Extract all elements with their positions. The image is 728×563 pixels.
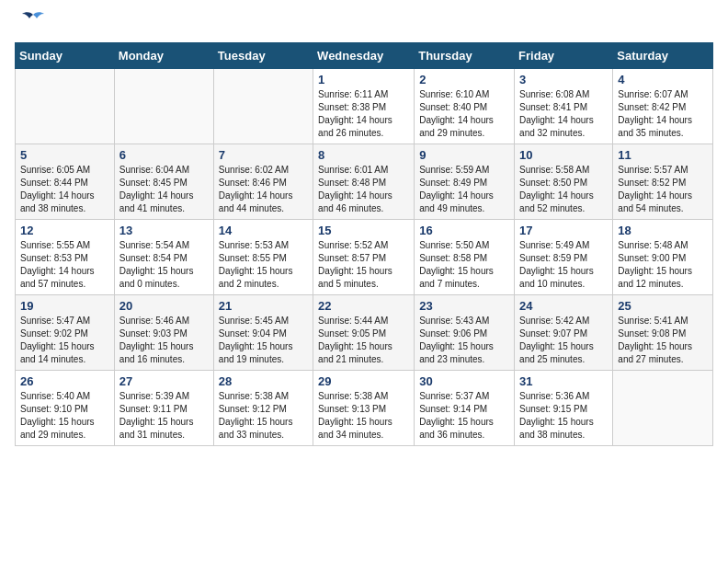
day-header-tuesday: Tuesday	[213, 43, 313, 69]
calendar-cell	[613, 371, 713, 446]
calendar-cell: 13Sunrise: 5:54 AMSunset: 8:54 PMDayligh…	[114, 220, 213, 295]
calendar-cell: 5Sunrise: 6:05 AMSunset: 8:44 PMDaylight…	[16, 144, 115, 220]
calendar-cell: 3Sunrise: 6:08 AMSunset: 8:41 PMDaylight…	[515, 69, 613, 144]
calendar-header-row: SundayMondayTuesdayWednesdayThursdayFrid…	[16, 43, 713, 69]
cell-content: Sunrise: 5:55 AMSunset: 8:53 PMDaylight:…	[20, 239, 109, 291]
day-number: 8	[318, 148, 409, 162]
calendar-cell: 2Sunrise: 6:10 AMSunset: 8:40 PMDaylight…	[415, 69, 515, 144]
calendar-cell: 1Sunrise: 6:11 AMSunset: 8:38 PMDaylight…	[313, 69, 415, 144]
calendar-cell: 31Sunrise: 5:36 AMSunset: 9:15 PMDayligh…	[515, 371, 613, 446]
day-number: 29	[318, 374, 409, 388]
day-header-saturday: Saturday	[613, 43, 713, 69]
cell-content: Sunrise: 5:43 AMSunset: 9:06 PMDaylight:…	[419, 315, 509, 366]
calendar-cell: 29Sunrise: 5:38 AMSunset: 9:13 PMDayligh…	[313, 371, 415, 446]
calendar-cell: 20Sunrise: 5:46 AMSunset: 9:03 PMDayligh…	[114, 295, 213, 371]
day-number: 24	[519, 299, 608, 313]
cell-content: Sunrise: 5:37 AMSunset: 9:14 PMDaylight:…	[419, 390, 509, 442]
calendar-week-row: 12Sunrise: 5:55 AMSunset: 8:53 PMDayligh…	[16, 220, 713, 295]
day-number: 25	[618, 299, 708, 313]
day-number: 31	[519, 374, 608, 388]
calendar-cell: 7Sunrise: 6:02 AMSunset: 8:46 PMDaylight…	[213, 144, 313, 220]
calendar-week-row: 19Sunrise: 5:47 AMSunset: 9:02 PMDayligh…	[16, 295, 713, 371]
cell-content: Sunrise: 5:38 AMSunset: 9:13 PMDaylight:…	[318, 390, 409, 442]
day-number: 27	[119, 374, 209, 388]
day-number: 5	[20, 148, 109, 162]
day-number: 23	[419, 299, 509, 313]
calendar-cell: 27Sunrise: 5:39 AMSunset: 9:11 PMDayligh…	[114, 371, 213, 446]
cell-content: Sunrise: 6:05 AMSunset: 8:44 PMDaylight:…	[20, 164, 109, 215]
cell-content: Sunrise: 6:10 AMSunset: 8:40 PMDaylight:…	[419, 88, 509, 140]
calendar-cell: 28Sunrise: 5:38 AMSunset: 9:12 PMDayligh…	[213, 371, 313, 446]
day-number: 7	[219, 148, 308, 162]
cell-content: Sunrise: 5:38 AMSunset: 9:12 PMDaylight:…	[219, 390, 308, 442]
cell-content: Sunrise: 6:01 AMSunset: 8:48 PMDaylight:…	[318, 164, 409, 215]
day-number: 6	[119, 148, 209, 162]
calendar-cell: 25Sunrise: 5:41 AMSunset: 9:08 PMDayligh…	[613, 295, 713, 371]
logo-bird-icon	[20, 11, 46, 31]
cell-content: Sunrise: 6:08 AMSunset: 8:41 PMDaylight:…	[519, 88, 608, 140]
cell-content: Sunrise: 5:57 AMSunset: 8:52 PMDaylight:…	[618, 164, 708, 215]
day-number: 18	[618, 224, 708, 237]
calendar-week-row: 5Sunrise: 6:05 AMSunset: 8:44 PMDaylight…	[16, 144, 713, 220]
day-number: 12	[20, 224, 109, 237]
calendar-week-row: 1Sunrise: 6:11 AMSunset: 8:38 PMDaylight…	[16, 69, 713, 144]
day-number: 14	[219, 224, 308, 237]
day-header-sunday: Sunday	[16, 43, 115, 69]
cell-content: Sunrise: 5:58 AMSunset: 8:50 PMDaylight:…	[519, 164, 608, 215]
day-number: 21	[219, 299, 308, 313]
cell-content: Sunrise: 5:47 AMSunset: 9:02 PMDaylight:…	[20, 315, 109, 366]
day-number: 20	[119, 299, 209, 313]
cell-content: Sunrise: 6:11 AMSunset: 8:38 PMDaylight:…	[318, 88, 409, 140]
calendar-cell: 26Sunrise: 5:40 AMSunset: 9:10 PMDayligh…	[16, 371, 115, 446]
cell-content: Sunrise: 5:46 AMSunset: 9:03 PMDaylight:…	[119, 315, 209, 366]
cell-content: Sunrise: 5:41 AMSunset: 9:08 PMDaylight:…	[618, 315, 708, 366]
cell-content: Sunrise: 5:52 AMSunset: 8:57 PMDaylight:…	[318, 239, 409, 291]
page-header	[15, 15, 713, 31]
cell-content: Sunrise: 5:45 AMSunset: 9:04 PMDaylight:…	[219, 315, 308, 366]
calendar-cell	[114, 69, 213, 144]
calendar-week-row: 26Sunrise: 5:40 AMSunset: 9:10 PMDayligh…	[16, 371, 713, 446]
calendar-cell: 12Sunrise: 5:55 AMSunset: 8:53 PMDayligh…	[16, 220, 115, 295]
cell-content: Sunrise: 5:36 AMSunset: 9:15 PMDaylight:…	[519, 390, 608, 442]
calendar-cell: 24Sunrise: 5:42 AMSunset: 9:07 PMDayligh…	[515, 295, 613, 371]
day-number: 4	[618, 73, 708, 86]
calendar-cell: 18Sunrise: 5:48 AMSunset: 9:00 PMDayligh…	[613, 220, 713, 295]
day-number: 10	[519, 148, 608, 162]
cell-content: Sunrise: 5:59 AMSunset: 8:49 PMDaylight:…	[419, 164, 509, 215]
calendar-cell: 23Sunrise: 5:43 AMSunset: 9:06 PMDayligh…	[415, 295, 515, 371]
day-number: 9	[419, 148, 509, 162]
day-number: 3	[519, 73, 608, 86]
cell-content: Sunrise: 5:39 AMSunset: 9:11 PMDaylight:…	[119, 390, 209, 442]
cell-content: Sunrise: 5:50 AMSunset: 8:58 PMDaylight:…	[419, 239, 509, 291]
cell-content: Sunrise: 6:02 AMSunset: 8:46 PMDaylight:…	[219, 164, 308, 215]
calendar-cell: 14Sunrise: 5:53 AMSunset: 8:55 PMDayligh…	[213, 220, 313, 295]
cell-content: Sunrise: 6:04 AMSunset: 8:45 PMDaylight:…	[119, 164, 209, 215]
calendar-cell: 22Sunrise: 5:44 AMSunset: 9:05 PMDayligh…	[313, 295, 415, 371]
cell-content: Sunrise: 5:49 AMSunset: 8:59 PMDaylight:…	[519, 239, 608, 291]
logo	[15, 15, 46, 31]
calendar-cell	[16, 69, 115, 144]
day-header-thursday: Thursday	[415, 43, 515, 69]
day-header-monday: Monday	[114, 43, 213, 69]
day-header-wednesday: Wednesday	[313, 43, 415, 69]
calendar-cell: 4Sunrise: 6:07 AMSunset: 8:42 PMDaylight…	[613, 69, 713, 144]
calendar-cell: 6Sunrise: 6:04 AMSunset: 8:45 PMDaylight…	[114, 144, 213, 220]
day-number: 26	[20, 374, 109, 388]
calendar-cell: 10Sunrise: 5:58 AMSunset: 8:50 PMDayligh…	[515, 144, 613, 220]
calendar-cell: 17Sunrise: 5:49 AMSunset: 8:59 PMDayligh…	[515, 220, 613, 295]
day-number: 15	[318, 224, 409, 237]
calendar-cell: 16Sunrise: 5:50 AMSunset: 8:58 PMDayligh…	[415, 220, 515, 295]
day-number: 22	[318, 299, 409, 313]
cell-content: Sunrise: 5:42 AMSunset: 9:07 PMDaylight:…	[519, 315, 608, 366]
day-number: 11	[618, 148, 708, 162]
cell-content: Sunrise: 5:53 AMSunset: 8:55 PMDaylight:…	[219, 239, 308, 291]
day-number: 28	[219, 374, 308, 388]
calendar-cell: 21Sunrise: 5:45 AMSunset: 9:04 PMDayligh…	[213, 295, 313, 371]
calendar-cell: 8Sunrise: 6:01 AMSunset: 8:48 PMDaylight…	[313, 144, 415, 220]
day-number: 30	[419, 374, 509, 388]
day-number: 17	[519, 224, 608, 237]
calendar-cell: 15Sunrise: 5:52 AMSunset: 8:57 PMDayligh…	[313, 220, 415, 295]
cell-content: Sunrise: 5:54 AMSunset: 8:54 PMDaylight:…	[119, 239, 209, 291]
cell-content: Sunrise: 5:48 AMSunset: 9:00 PMDaylight:…	[618, 239, 708, 291]
calendar-cell	[213, 69, 313, 144]
